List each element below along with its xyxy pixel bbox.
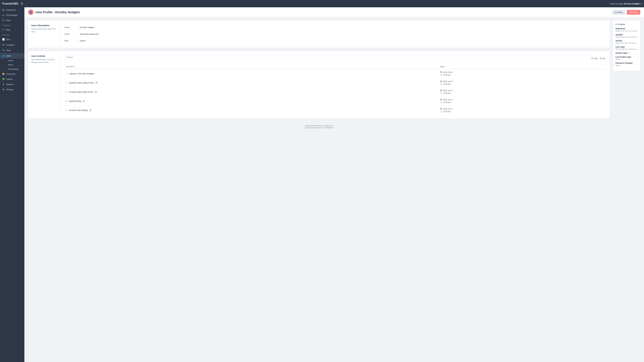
meta-value-updated: 2021-01-08 @ 11:00:05 am <box>616 36 638 38</box>
activity-search-area <box>64 55 590 60</box>
meta-label-password-changed: Password Changed <box>616 62 638 64</box>
calendar-icon: 📅 <box>440 90 442 92</box>
user-info-sidebar: User Information General information abo… <box>28 20 60 48</box>
action-text: Created matrix (Blog) <box>69 109 88 111</box>
table-row: # Created matrix (Blog) 🔗 📅 2021-01-07 <box>64 106 606 115</box>
action-icon: ● <box>66 100 67 102</box>
go-back-button[interactable]: Go Back <box>612 10 625 15</box>
sidebar-item-dashboard[interactable]: ⊞ Dashboard <box>0 7 24 12</box>
activity-action-cell: ● Updated Blog 🔗 <box>64 97 438 106</box>
blog-icon: ✏ <box>2 28 4 31</box>
sort-button[interactable]: ⇅ Sort <box>600 57 606 59</box>
page-title: User Profile - Dorothy Hodgkin <box>35 10 80 14</box>
sidebar-item-users[interactable]: 👥 Users − <box>0 53 24 58</box>
activity-time-cell: 📅 2021-01-08 🕐 11:00 am <box>438 69 606 78</box>
meta-password-changed: Password Changed Never <box>616 62 638 66</box>
users-submenu: Users Roles Permissions <box>0 58 24 71</box>
action-text: Signed in (Dorothy Hodgkin) <box>70 72 94 75</box>
seo-plus-button[interactable]: + <box>21 38 22 41</box>
user-info-title: User Information <box>31 24 57 27</box>
link-icon[interactable]: 🔗 <box>89 109 92 111</box>
activity-date: 2021-01-07 <box>443 90 452 92</box>
sidebar-item-label: Users <box>6 55 11 57</box>
sidebar-item-roles[interactable]: Roles <box>6 63 24 67</box>
configure-icon: ⚙ <box>2 43 4 46</box>
table-row: # Created matrix (Blog Posts) 🔗 📅 2021-0… <box>64 87 606 97</box>
action-icon: # <box>66 82 67 84</box>
sidebar-item-users-list[interactable]: Users <box>6 58 24 63</box>
sidebar-item-label: SEO <box>6 38 10 40</box>
sidebar-item-updates[interactable]: ⬆ Updates <box>0 82 24 87</box>
meta-last-invalid-login: Last Invalid Login Never <box>616 56 638 60</box>
action-text: Created matrix (Blog Posts) <box>69 91 93 93</box>
page-body: User Information General information abo… <box>24 17 644 362</box>
sidebar-item-customize[interactable]: 🎨 Customize <box>0 71 24 76</box>
view-icon: ☰ <box>591 57 593 59</box>
activity-table: ACTION ⇅ TIME ↓ <box>64 65 606 115</box>
link-icon[interactable]: 🔗 <box>95 91 97 93</box>
info-panel: Enabled Registered 2021-01-07 @ 11:57:23… <box>613 20 640 359</box>
meta-label-verified: Verified <box>616 40 638 42</box>
sidebar-item-inbox[interactable]: ✉ Inbox <box>0 18 24 23</box>
status-dot <box>616 24 617 25</box>
name-label: Name <box>64 26 80 28</box>
sidebar-item-label: Customize <box>6 73 16 75</box>
file-manager-icon: 🗂 <box>2 14 4 16</box>
sidebar-item-blog[interactable]: ✏ Blog + <box>0 27 24 32</box>
calendar-icon: 📅 <box>440 99 442 101</box>
link-icon[interactable]: 🔗 <box>82 100 85 102</box>
meta-label-updated: Updated <box>616 34 638 36</box>
chevron-down-icon[interactable]: ▾ <box>640 2 642 5</box>
settings-icon: ⚙ <box>2 88 4 91</box>
email-value: admin@example.com <box>80 33 99 35</box>
clock-icon: 🕐 <box>440 101 442 103</box>
activity-time: 12:03 pm <box>443 92 451 94</box>
email-label: Email <box>64 33 80 35</box>
link-icon[interactable]: 🔗 <box>95 82 98 84</box>
activity-table-head: ACTION ⇅ TIME ↓ <box>64 65 606 69</box>
configure-plus-button[interactable]: + <box>21 43 22 46</box>
view-button[interactable]: ☰ View <box>591 57 598 59</box>
sidebar-item-seo[interactable]: 📈 SEO + <box>0 36 24 42</box>
meta-value-verified: 2021-01-07 @ 7:57:23 pm <box>616 42 638 44</box>
sidebar-item-label: Blog <box>6 29 10 31</box>
user-info-card-inner: User Information General information abo… <box>28 20 610 48</box>
brand-logo[interactable]: FusionCMS <box>2 2 18 5</box>
cards-column: User Information General information abo… <box>28 20 610 359</box>
meta-verified: Verified 2021-01-07 @ 7:57:23 pm <box>616 40 638 44</box>
activity-action-cell: # Created matrix (Blog Posts) 🔗 <box>64 87 438 97</box>
users-minus-button[interactable]: − <box>21 54 22 57</box>
activity-action-cell: ↩ Signed in (Dorothy Hodgkin) <box>64 69 438 78</box>
permissions-label: Permissions <box>8 68 18 70</box>
topnav-username: Dorothy Hodgkin <box>624 2 640 5</box>
user-info-card: User Information General information abo… <box>28 20 610 48</box>
customize-icon: 🎨 <box>2 73 4 75</box>
user-activity-title: User Activity <box>31 55 57 57</box>
sidebar-item-permissions[interactable]: Permissions <box>6 67 24 71</box>
edit-user-button[interactable]: Edit User <box>627 10 640 15</box>
sidebar-item-label: Updates <box>6 83 14 85</box>
meta-last-login: Last Login 2021-01-08 @ 11:00:05 am <box>616 46 638 50</box>
sort-label: Sort <box>602 57 606 59</box>
users-list-label: Users <box>8 59 13 62</box>
hamburger-icon[interactable]: ☰ <box>21 2 23 5</box>
sidebar-item-configure[interactable]: ⚙ Configure + <box>0 42 24 47</box>
activity-time: 12:02 pm <box>443 110 451 113</box>
table-row: ● Updated Blog 🔗 📅 2021-01-07 <box>64 97 606 106</box>
col-time[interactable]: TIME ↓ <box>438 65 606 69</box>
meta-updated: Updated 2021-01-08 @ 11:00:05 am <box>616 34 638 38</box>
sidebar-item-file-manager[interactable]: 🗂 File Manager <box>0 12 24 18</box>
blog-plus-button[interactable]: + <box>21 28 22 31</box>
status-text: Enabled <box>618 23 625 25</box>
topnav-greeting: Good morning, Dorothy Hodgkin ▾ <box>610 2 642 5</box>
activity-search-input[interactable] <box>66 56 588 58</box>
user-activity-card: User Activity See what this user has bee… <box>28 51 610 118</box>
meta-label-registered: Registered <box>616 27 638 30</box>
sidebar-item-addons[interactable]: 🧩 Addons <box>0 76 24 82</box>
tools-plus-button[interactable]: + <box>21 49 22 52</box>
sidebar-item-tools[interactable]: 🔧 Tools + <box>0 47 24 53</box>
col-action[interactable]: ACTION ⇅ <box>64 65 438 69</box>
sidebar-item-settings[interactable]: ⚙ Settings <box>0 87 24 92</box>
activity-date: 2021-01-08 <box>443 71 452 73</box>
clock-icon: 🕐 <box>440 74 442 76</box>
